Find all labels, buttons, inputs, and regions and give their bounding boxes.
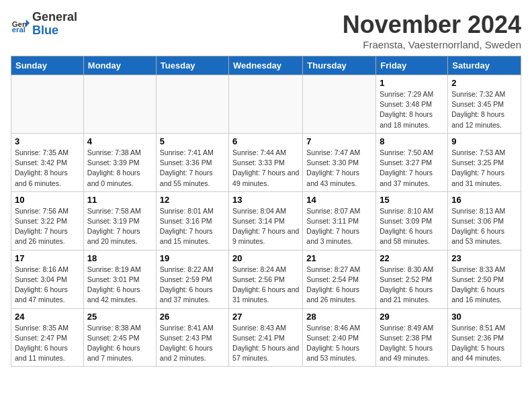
calendar-day-cell: 28Sunrise: 8:46 AM Sunset: 2:40 PM Dayli… <box>303 308 376 367</box>
weekday-header: Wednesday <box>229 56 303 75</box>
calendar-day-cell: 19Sunrise: 8:22 AM Sunset: 2:59 PM Dayli… <box>156 250 228 308</box>
day-detail: Sunrise: 8:04 AM Sunset: 3:14 PM Dayligh… <box>232 206 299 247</box>
calendar-day-cell: 14Sunrise: 8:07 AM Sunset: 3:11 PM Dayli… <box>303 191 376 250</box>
svg-text:eral: eral <box>12 26 26 34</box>
calendar-day-cell: 2Sunrise: 7:32 AM Sunset: 3:45 PM Daylig… <box>448 75 521 134</box>
day-number: 11 <box>87 195 152 205</box>
day-detail: Sunrise: 8:19 AM Sunset: 3:01 PM Dayligh… <box>87 265 152 306</box>
day-detail: Sunrise: 8:35 AM Sunset: 2:47 PM Dayligh… <box>15 323 80 364</box>
day-number: 28 <box>306 312 372 322</box>
weekday-header: Thursday <box>303 56 376 75</box>
calendar-day-cell: 4Sunrise: 7:38 AM Sunset: 3:39 PM Daylig… <box>83 133 156 191</box>
logo-text: General Blue <box>32 11 77 38</box>
day-number: 18 <box>87 253 152 263</box>
calendar-day-cell: 11Sunrise: 7:58 AM Sunset: 3:19 PM Dayli… <box>83 191 156 250</box>
day-detail: Sunrise: 8:10 AM Sunset: 3:09 PM Dayligh… <box>380 206 444 247</box>
location-subtitle: Fraensta, Vaesternorrland, Sweden <box>343 39 521 50</box>
calendar-day-cell <box>11 75 84 134</box>
day-detail: Sunrise: 8:07 AM Sunset: 3:11 PM Dayligh… <box>306 206 372 247</box>
logo-icon: Gen eral <box>11 15 30 34</box>
day-detail: Sunrise: 7:47 AM Sunset: 3:30 PM Dayligh… <box>306 148 372 189</box>
weekday-header: Monday <box>83 56 156 75</box>
day-detail: Sunrise: 8:38 AM Sunset: 2:45 PM Dayligh… <box>87 323 152 364</box>
calendar-week-row: 3Sunrise: 7:35 AM Sunset: 3:42 PM Daylig… <box>11 133 521 191</box>
logo-blue: Blue <box>32 24 77 38</box>
day-number: 27 <box>232 312 299 322</box>
day-detail: Sunrise: 8:01 AM Sunset: 3:16 PM Dayligh… <box>160 206 225 247</box>
calendar-day-cell: 17Sunrise: 8:16 AM Sunset: 3:04 PM Dayli… <box>11 250 84 308</box>
day-detail: Sunrise: 8:49 AM Sunset: 2:38 PM Dayligh… <box>380 323 444 364</box>
day-detail: Sunrise: 8:13 AM Sunset: 3:06 PM Dayligh… <box>451 206 517 247</box>
day-detail: Sunrise: 8:24 AM Sunset: 2:56 PM Dayligh… <box>232 265 299 306</box>
day-detail: Sunrise: 8:51 AM Sunset: 2:36 PM Dayligh… <box>451 323 517 364</box>
day-number: 22 <box>380 253 444 263</box>
calendar-day-cell: 16Sunrise: 8:13 AM Sunset: 3:06 PM Dayli… <box>448 191 521 250</box>
calendar-day-cell: 6Sunrise: 7:44 AM Sunset: 3:33 PM Daylig… <box>229 133 303 191</box>
calendar-day-cell: 26Sunrise: 8:41 AM Sunset: 2:43 PM Dayli… <box>156 308 228 367</box>
day-detail: Sunrise: 7:58 AM Sunset: 3:19 PM Dayligh… <box>87 206 152 247</box>
calendar-week-row: 10Sunrise: 7:56 AM Sunset: 3:22 PM Dayli… <box>11 191 521 250</box>
calendar-week-row: 1Sunrise: 7:29 AM Sunset: 3:48 PM Daylig… <box>11 75 521 134</box>
calendar-week-row: 24Sunrise: 8:35 AM Sunset: 2:47 PM Dayli… <box>11 308 521 367</box>
day-number: 12 <box>160 195 225 205</box>
day-number: 24 <box>15 312 80 322</box>
weekday-header: Saturday <box>448 56 521 75</box>
day-number: 25 <box>87 312 152 322</box>
day-number: 1 <box>380 78 444 88</box>
day-detail: Sunrise: 8:22 AM Sunset: 2:59 PM Dayligh… <box>160 265 225 306</box>
day-detail: Sunrise: 7:50 AM Sunset: 3:27 PM Dayligh… <box>380 148 444 189</box>
calendar-day-cell: 23Sunrise: 8:33 AM Sunset: 2:50 PM Dayli… <box>448 250 521 308</box>
day-number: 5 <box>160 136 225 146</box>
calendar-day-cell: 25Sunrise: 8:38 AM Sunset: 2:45 PM Dayli… <box>83 308 156 367</box>
calendar-day-cell: 15Sunrise: 8:10 AM Sunset: 3:09 PM Dayli… <box>376 191 448 250</box>
day-number: 2 <box>451 78 517 88</box>
day-detail: Sunrise: 8:33 AM Sunset: 2:50 PM Dayligh… <box>451 265 517 306</box>
day-detail: Sunrise: 8:16 AM Sunset: 3:04 PM Dayligh… <box>15 265 80 306</box>
weekday-header: Sunday <box>11 56 84 75</box>
day-number: 29 <box>380 312 444 322</box>
day-number: 6 <box>232 136 299 146</box>
day-number: 9 <box>451 136 517 146</box>
day-detail: Sunrise: 7:56 AM Sunset: 3:22 PM Dayligh… <box>15 206 80 247</box>
day-detail: Sunrise: 7:44 AM Sunset: 3:33 PM Dayligh… <box>232 148 299 189</box>
calendar-day-cell <box>303 75 376 134</box>
calendar-day-cell: 21Sunrise: 8:27 AM Sunset: 2:54 PM Dayli… <box>303 250 376 308</box>
day-number: 30 <box>451 312 517 322</box>
calendar-header-row: SundayMondayTuesdayWednesdayThursdayFrid… <box>11 56 521 75</box>
day-number: 19 <box>160 253 225 263</box>
day-detail: Sunrise: 7:53 AM Sunset: 3:25 PM Dayligh… <box>451 148 517 189</box>
day-detail: Sunrise: 8:43 AM Sunset: 2:41 PM Dayligh… <box>232 323 299 364</box>
calendar-day-cell: 7Sunrise: 7:47 AM Sunset: 3:30 PM Daylig… <box>303 133 376 191</box>
calendar-day-cell: 13Sunrise: 8:04 AM Sunset: 3:14 PM Dayli… <box>229 191 303 250</box>
day-number: 7 <box>306 136 372 146</box>
calendar-table: SundayMondayTuesdayWednesdayThursdayFrid… <box>11 56 521 367</box>
day-number: 8 <box>380 136 444 146</box>
day-number: 3 <box>15 136 80 146</box>
calendar-day-cell: 5Sunrise: 7:41 AM Sunset: 3:36 PM Daylig… <box>156 133 228 191</box>
day-number: 4 <box>87 136 152 146</box>
calendar-day-cell <box>156 75 228 134</box>
day-number: 21 <box>306 253 372 263</box>
calendar-week-row: 17Sunrise: 8:16 AM Sunset: 3:04 PM Dayli… <box>11 250 521 308</box>
calendar-day-cell: 10Sunrise: 7:56 AM Sunset: 3:22 PM Dayli… <box>11 191 84 250</box>
calendar-day-cell: 27Sunrise: 8:43 AM Sunset: 2:41 PM Dayli… <box>229 308 303 367</box>
logo: Gen eral General Blue <box>11 11 77 38</box>
calendar-day-cell: 9Sunrise: 7:53 AM Sunset: 3:25 PM Daylig… <box>448 133 521 191</box>
logo-general: General <box>32 11 77 24</box>
calendar-day-cell <box>83 75 156 134</box>
day-detail: Sunrise: 8:46 AM Sunset: 2:40 PM Dayligh… <box>306 323 372 364</box>
calendar-day-cell: 12Sunrise: 8:01 AM Sunset: 3:16 PM Dayli… <box>156 191 228 250</box>
calendar-day-cell: 1Sunrise: 7:29 AM Sunset: 3:48 PM Daylig… <box>376 75 448 134</box>
calendar-day-cell <box>229 75 303 134</box>
day-number: 20 <box>232 253 299 263</box>
calendar-day-cell: 20Sunrise: 8:24 AM Sunset: 2:56 PM Dayli… <box>229 250 303 308</box>
day-number: 23 <box>451 253 517 263</box>
weekday-header: Friday <box>376 56 448 75</box>
day-detail: Sunrise: 8:27 AM Sunset: 2:54 PM Dayligh… <box>306 265 372 306</box>
calendar-day-cell: 3Sunrise: 7:35 AM Sunset: 3:42 PM Daylig… <box>11 133 84 191</box>
day-detail: Sunrise: 7:41 AM Sunset: 3:36 PM Dayligh… <box>160 148 225 189</box>
day-number: 16 <box>451 195 517 205</box>
calendar-day-cell: 24Sunrise: 8:35 AM Sunset: 2:47 PM Dayli… <box>11 308 84 367</box>
day-detail: Sunrise: 7:35 AM Sunset: 3:42 PM Dayligh… <box>15 148 80 189</box>
calendar-day-cell: 29Sunrise: 8:49 AM Sunset: 2:38 PM Dayli… <box>376 308 448 367</box>
